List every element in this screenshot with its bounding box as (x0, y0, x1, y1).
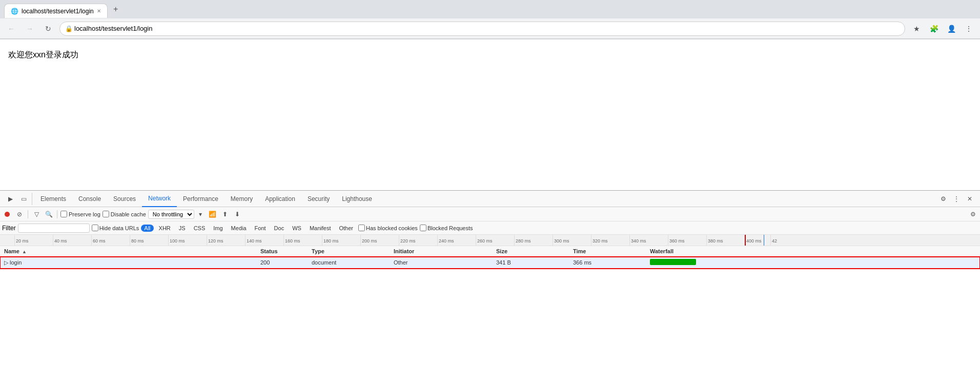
filter-label: Filter (2, 225, 16, 232)
devtools-header: ▶ ▭ Elements Console Sources Network Per… (0, 191, 980, 207)
tick-140ms: 140 ms (245, 235, 262, 246)
tab-close-button[interactable]: ✕ (97, 8, 101, 14)
network-settings-button[interactable]: ⚙ (968, 209, 978, 219)
filter-input[interactable] (18, 224, 90, 233)
row-triangle: ▷ (4, 259, 10, 266)
profile-button[interactable]: 👤 (944, 22, 958, 36)
filter-type-all[interactable]: All (141, 225, 153, 232)
filter-type-font[interactable]: Font (252, 225, 269, 232)
col-header-name[interactable]: Name ▲ (0, 246, 256, 257)
blocked-requests-label: Blocked Requests (427, 225, 473, 231)
browser-chrome: 🌐 localhost/testservlet1/login ✕ + ← → ↻… (0, 0, 980, 39)
cell-name: ▷ login (0, 257, 256, 269)
tab-application[interactable]: Application (259, 191, 301, 207)
timeline-cursor (764, 235, 764, 246)
col-header-status[interactable]: Status (256, 246, 308, 257)
toolbar-separator-2 (57, 210, 57, 218)
devtools-panel: ▶ ▭ Elements Console Sources Network Per… (0, 190, 980, 385)
filter-type-doc[interactable]: Doc (271, 225, 288, 232)
tab-performance[interactable]: Performance (177, 191, 224, 207)
clear-button[interactable]: ⊘ (14, 209, 25, 219)
tick-380ms: 380 ms (706, 235, 723, 246)
filter-type-js[interactable]: JS (176, 225, 189, 232)
tick-280ms: 280 ms (514, 235, 531, 246)
tick-360ms: 360 ms (668, 235, 685, 246)
throttle-select[interactable]: No throttling (148, 210, 194, 219)
cell-type: document (308, 257, 390, 269)
bookmark-button[interactable]: ★ (909, 22, 924, 36)
new-tab-button[interactable]: + (110, 3, 122, 15)
network-toolbar: ⊘ ▽ 🔍 Preserve log Disable cache No thro… (0, 207, 980, 221)
filter-icon-button[interactable]: ▽ (31, 209, 42, 219)
toolbar-separator-1 (28, 210, 28, 218)
menu-button[interactable]: ⋮ (962, 22, 976, 36)
tick-320ms: 320 ms (591, 235, 608, 246)
blocked-requests-checkbox[interactable] (420, 225, 426, 231)
device-mode-button[interactable]: ▭ (17, 193, 30, 205)
preserve-log-checkbox-label[interactable]: Preserve log (60, 211, 100, 217)
filter-type-manifest[interactable]: Manifest (307, 225, 334, 232)
tick-42: 42 (770, 235, 777, 246)
url-input[interactable] (74, 25, 899, 32)
cell-size: 341 B (492, 257, 569, 269)
tab-title: localhost/testservlet1/login (22, 8, 94, 15)
hide-data-urls-checkbox-label[interactable]: Hide data URLs (92, 225, 139, 231)
has-blocked-cookies-checkbox[interactable] (358, 225, 365, 231)
tab-console[interactable]: Console (72, 191, 107, 207)
col-header-waterfall[interactable]: Waterfall (646, 246, 980, 257)
sort-arrow-name: ▲ (22, 249, 27, 254)
cell-initiator: Other (390, 257, 492, 269)
col-header-size[interactable]: Size (492, 246, 569, 257)
filter-type-other[interactable]: Other (336, 225, 356, 232)
col-header-time[interactable]: Time (569, 246, 646, 257)
disable-cache-checkbox[interactable] (103, 211, 109, 217)
tab-memory[interactable]: Memory (224, 191, 259, 207)
tab-sources[interactable]: Sources (107, 191, 142, 207)
reload-button[interactable]: ↻ (41, 22, 55, 36)
disable-cache-label: Disable cache (111, 211, 146, 217)
throttle-container: No throttling ▾ (148, 209, 206, 219)
filter-type-media[interactable]: Media (228, 225, 250, 232)
devtools-close-button[interactable]: ✕ (964, 193, 976, 205)
devtools-more-button[interactable]: ⋮ (950, 193, 963, 205)
inspect-element-button[interactable]: ▶ (4, 193, 16, 205)
filter-type-xhr[interactable]: XHR (156, 225, 174, 232)
forward-button[interactable]: → (23, 22, 37, 36)
back-button[interactable]: ← (4, 22, 18, 36)
col-header-type[interactable]: Type (308, 246, 390, 257)
tab-security[interactable]: Security (301, 191, 336, 207)
blocked-requests-checkbox-label[interactable]: Blocked Requests (420, 225, 473, 231)
throttle-dropdown-arrow[interactable]: ▾ (195, 209, 206, 219)
col-header-initiator[interactable]: Initiator (390, 246, 492, 257)
timeline-bar: 20 ms 40 ms 60 ms 80 ms 100 ms 120 ms 14… (0, 235, 980, 246)
tick-300ms: 300 ms (553, 235, 569, 246)
has-blocked-cookies-checkbox-label[interactable]: Has blocked cookies (358, 225, 418, 231)
import-button[interactable]: ⬆ (220, 209, 230, 219)
search-button[interactable]: 🔍 (44, 209, 54, 219)
tick-400ms: 400 ms (745, 235, 762, 246)
extension-puzzle-button[interactable]: 🧩 (927, 22, 941, 36)
cell-status: 200 (256, 257, 308, 269)
tick-160ms: 160 ms (283, 235, 300, 246)
filter-type-img[interactable]: Img (210, 225, 226, 232)
tab-elements[interactable]: Elements (34, 191, 72, 207)
tab-lighthouse[interactable]: Lighthouse (336, 191, 378, 207)
tick-240ms: 240 ms (437, 235, 454, 246)
preserve-log-checkbox[interactable] (60, 211, 67, 217)
record-button[interactable] (2, 209, 12, 219)
filter-type-ws[interactable]: WS (289, 225, 304, 232)
devtools-settings-button[interactable]: ⚙ (937, 193, 949, 205)
tick-200ms: 200 ms (360, 235, 377, 246)
export-button[interactable]: ⬇ (232, 209, 242, 219)
hide-data-urls-checkbox[interactable] (92, 225, 98, 231)
tab-network[interactable]: Network (142, 191, 177, 207)
devtools-icon-buttons: ▶ ▭ (2, 193, 32, 205)
filter-type-css[interactable]: CSS (191, 225, 209, 232)
wifi-icon-button[interactable]: 📶 (208, 209, 218, 219)
timeline-red-marker (745, 235, 746, 246)
hide-data-urls-label: Hide data URLs (99, 225, 139, 231)
tick-80ms: 80 ms (130, 235, 144, 246)
table-row[interactable]: ▷ login 200 document Other 341 B 366 ms (0, 257, 980, 269)
disable-cache-checkbox-label[interactable]: Disable cache (103, 211, 146, 217)
devtools-tabs: Elements Console Sources Network Perform… (34, 191, 935, 207)
